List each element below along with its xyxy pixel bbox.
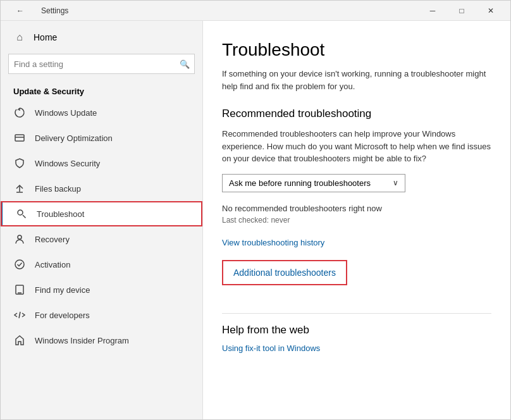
home-icon: ⌂: [13, 31, 26, 44]
sidebar-home-label: Home: [34, 32, 57, 42]
developers-icon: [13, 309, 26, 321]
windows-update-icon: [13, 106, 26, 119]
sidebar-item-home[interactable]: ⌂ Home: [1, 21, 202, 54]
svg-line-5: [23, 215, 26, 218]
troubleshoot-icon: [15, 207, 28, 220]
windows-insider-icon: [13, 334, 26, 347]
svg-point-4: [18, 210, 23, 215]
svg-point-7: [15, 260, 24, 269]
sidebar-item-label-delivery-optimization: Delivery Optimization: [35, 133, 113, 143]
sidebar-item-recovery[interactable]: Recovery: [1, 226, 202, 252]
titlebar: ← Settings ─ □ ✕: [1, 1, 510, 21]
no-troubleshooters-text: No recommended troubleshooters right now: [222, 204, 491, 213]
sidebar-item-label-files-backup: Files backup: [35, 184, 81, 194]
last-checked-text: Last checked: never: [222, 216, 491, 225]
titlebar-controls: ─ □ ✕: [418, 1, 505, 21]
recommended-desc: Recommended troubleshooters can help imp…: [222, 128, 491, 165]
recovery-icon: [13, 233, 26, 245]
sidebar-item-label-recovery: Recovery: [35, 235, 70, 244]
page-description: If something on your device isn't workin…: [222, 68, 491, 92]
sidebar-item-activation[interactable]: Activation: [1, 252, 202, 277]
page-title: Troubleshoot: [222, 40, 491, 60]
windows-security-icon: [13, 157, 26, 170]
sidebar-item-files-backup[interactable]: Files backup: [1, 176, 202, 201]
using-tool-link[interactable]: Using fix-it tool in Windows: [222, 343, 320, 353]
sidebar-item-label-windows-insider: Windows Insider Program: [35, 336, 129, 345]
main-content: Troubleshoot If something on your device…: [203, 21, 510, 419]
troubleshoot-dropdown[interactable]: Ask me before running troubleshooters ∨: [222, 174, 405, 192]
delivery-optimization-icon: [13, 132, 26, 144]
find-device-icon: [13, 283, 26, 296]
svg-rect-0: [15, 135, 24, 141]
sidebar-item-label-developers: For developers: [35, 311, 90, 320]
back-button[interactable]: ←: [6, 1, 35, 21]
sidebar-item-windows-update[interactable]: Windows Update: [1, 100, 202, 125]
sidebar-item-label-activation: Activation: [35, 260, 70, 269]
view-history-link[interactable]: View troubleshooting history: [222, 238, 324, 247]
sidebar-item-developers[interactable]: For developers: [1, 302, 202, 328]
sidebar-section-label: Update & Security: [1, 82, 202, 100]
window-title: Settings: [41, 6, 68, 15]
sidebar-item-label-windows-security: Windows Security: [35, 159, 100, 168]
sidebar: ⌂ Home 🔍 Update & Security Windows Updat…: [1, 21, 203, 419]
additional-troubleshooters-link[interactable]: Additional troubleshooters: [233, 268, 336, 278]
content-area: ⌂ Home 🔍 Update & Security Windows Updat…: [1, 21, 510, 419]
dropdown-value: Ask me before running troubleshooters: [229, 178, 371, 188]
sidebar-search: 🔍: [8, 54, 195, 74]
sidebar-item-label-find-device: Find my device: [35, 285, 90, 295]
sidebar-item-label-windows-update: Windows Update: [35, 108, 97, 118]
titlebar-left: ← Settings: [6, 1, 68, 21]
chevron-down-icon: ∨: [393, 178, 398, 187]
help-heading: Help from the web: [222, 324, 491, 337]
recommended-heading: Recommended troubleshooting: [222, 108, 491, 120]
divider: [222, 313, 491, 314]
sidebar-item-find-device[interactable]: Find my device: [1, 277, 202, 302]
search-input[interactable]: [8, 54, 195, 74]
additional-troubleshooters-box: Additional troubleshooters: [222, 260, 347, 285]
settings-window: ← Settings ─ □ ✕ ⌂ Home 🔍 Update & Secur…: [0, 0, 511, 420]
search-icon: 🔍: [180, 59, 190, 69]
close-button[interactable]: ✕: [476, 1, 505, 21]
sidebar-item-windows-insider[interactable]: Windows Insider Program: [1, 328, 202, 353]
svg-point-6: [18, 235, 22, 239]
svg-line-10: [19, 312, 20, 318]
sidebar-item-label-troubleshoot: Troubleshoot: [37, 209, 84, 219]
restore-button[interactable]: □: [447, 1, 476, 21]
files-backup-icon: [13, 182, 26, 195]
sidebar-item-troubleshoot[interactable]: Troubleshoot: [1, 201, 202, 226]
sidebar-item-windows-security[interactable]: Windows Security: [1, 151, 202, 176]
minimize-button[interactable]: ─: [418, 1, 447, 21]
activation-icon: [13, 258, 26, 271]
sidebar-item-delivery-optimization[interactable]: Delivery Optimization: [1, 125, 202, 151]
sidebar-items-container: Windows UpdateDelivery OptimizationWindo…: [1, 100, 202, 353]
